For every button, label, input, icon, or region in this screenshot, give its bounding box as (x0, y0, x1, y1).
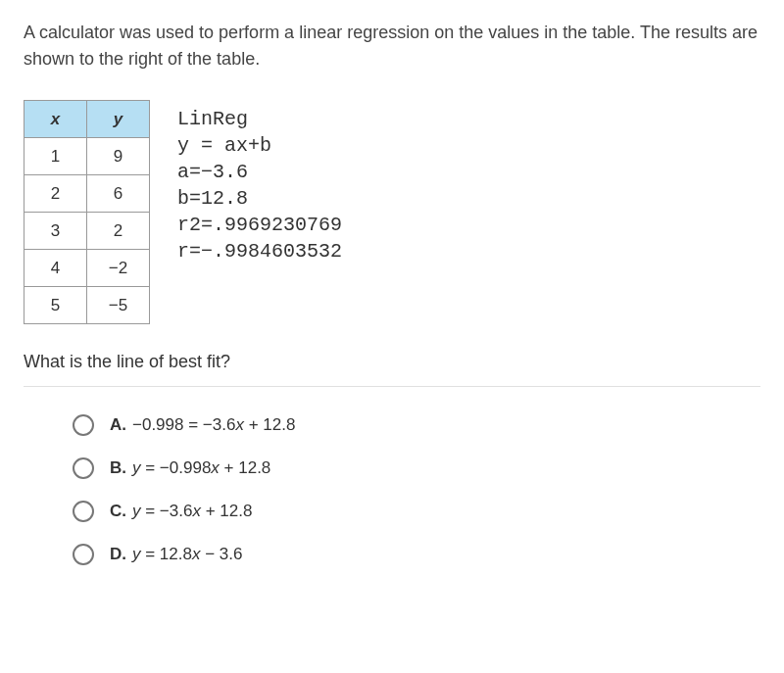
data-row: x y 1 9 2 6 3 2 4 −2 5 −5 (24, 100, 760, 324)
option-d-label: D.y = 12.8x − 3.6 (110, 545, 242, 564)
option-text: = −3.6 (141, 502, 193, 520)
cell-x: 1 (24, 138, 87, 175)
data-table: x y 1 9 2 6 3 2 4 −2 5 −5 (24, 100, 150, 324)
linreg-line: b=12.8 (177, 185, 342, 212)
cell-y: −5 (87, 287, 150, 324)
question-prompt: A calculator was used to perform a linea… (24, 20, 760, 72)
option-b-label: B.y = −0.998x + 12.8 (110, 458, 270, 478)
cell-y: 9 (87, 138, 150, 175)
option-var: x (192, 502, 201, 520)
linreg-line: r2=.9969230769 (177, 212, 342, 238)
answer-options: A.−0.998 = −3.6x + 12.8 B.y = −0.998x + … (24, 414, 760, 565)
radio-icon (73, 501, 94, 522)
radio-icon (73, 414, 94, 436)
option-var: y (132, 458, 141, 477)
option-text: −0.998 = −3.6 (132, 415, 235, 434)
option-letter: B. (110, 458, 126, 477)
option-text: + 12.8 (244, 415, 295, 434)
divider (24, 386, 760, 387)
option-text: − 3.6 (200, 545, 242, 563)
cell-x: 5 (24, 287, 87, 324)
option-var: x (235, 415, 244, 434)
option-letter: A. (110, 415, 126, 434)
option-letter: D. (110, 545, 126, 563)
option-var: y (132, 502, 141, 520)
linreg-output: LinReg y = ax+b a=−3.6 b=12.8 r2=.996923… (177, 100, 342, 264)
linreg-line: r=−.9984603532 (177, 238, 342, 264)
table-row: 3 2 (24, 213, 150, 250)
cell-x: 3 (24, 213, 87, 250)
sub-question: What is the line of best fit? (24, 352, 760, 372)
table-row: 2 6 (24, 175, 150, 213)
col-header-y: y (87, 101, 150, 138)
col-header-x: x (24, 101, 87, 138)
linreg-line: y = ax+b (177, 132, 342, 159)
cell-x: 2 (24, 175, 87, 213)
option-text: = −0.998 (141, 458, 212, 477)
option-c[interactable]: C.y = −3.6x + 12.8 (73, 501, 760, 522)
option-var: x (211, 458, 220, 477)
table-row: 4 −2 (24, 250, 150, 287)
radio-icon (73, 544, 94, 565)
option-text: + 12.8 (220, 458, 270, 477)
linreg-line: a=−3.6 (177, 159, 342, 185)
option-letter: C. (110, 502, 126, 520)
linreg-line: LinReg (177, 106, 342, 132)
option-a-label: A.−0.998 = −3.6x + 12.8 (110, 415, 295, 435)
cell-y: 2 (87, 213, 150, 250)
table-row: 5 −5 (24, 287, 150, 324)
option-c-label: C.y = −3.6x + 12.8 (110, 502, 252, 521)
cell-y: 6 (87, 175, 150, 213)
cell-y: −2 (87, 250, 150, 287)
option-a[interactable]: A.−0.998 = −3.6x + 12.8 (73, 414, 760, 436)
option-var: y (132, 545, 141, 563)
cell-x: 4 (24, 250, 87, 287)
option-d[interactable]: D.y = 12.8x − 3.6 (73, 544, 760, 565)
option-text: + 12.8 (201, 502, 252, 520)
option-text: = 12.8 (141, 545, 192, 563)
table-row: 1 9 (24, 138, 150, 175)
option-b[interactable]: B.y = −0.998x + 12.8 (73, 457, 760, 479)
radio-icon (73, 457, 94, 479)
